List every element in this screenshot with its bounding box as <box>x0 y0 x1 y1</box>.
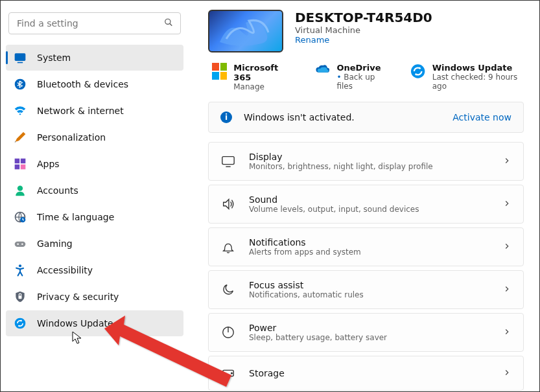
card-sub: Notifications, automatic rules <box>249 290 502 299</box>
header: DESKTOP-T4R54D0 Virtual Machine Rename <box>208 10 524 52</box>
paintbrush-icon <box>14 131 27 144</box>
globe-clock-icon <box>14 211 27 224</box>
sidebar-item-label: Accounts <box>37 185 78 196</box>
sidebar-item-label: Privacy & security <box>37 292 119 302</box>
sidebar-item-network[interactable]: Network & internet <box>6 98 183 124</box>
bluetooth-icon <box>14 78 27 91</box>
sidebar-item-accounts[interactable]: Accounts <box>6 178 183 203</box>
tile-ms365[interactable]: Microsoft 365 Manage <box>212 63 292 91</box>
microsoft-logo-icon <box>212 63 227 80</box>
svg-rect-19 <box>222 157 234 165</box>
device-type: Virtual Machine <box>295 25 432 35</box>
svg-point-13 <box>17 244 19 246</box>
search-container <box>8 12 181 34</box>
card-sub: Alerts from apps and system <box>249 248 502 257</box>
svg-rect-3 <box>18 62 23 63</box>
bell-icon <box>220 239 236 255</box>
banner-message: Windows isn't activated. <box>244 112 452 122</box>
sidebar-item-label: Gaming <box>37 238 73 249</box>
sidebar-item-label: Windows Update <box>37 318 113 329</box>
card-focus-assist[interactable]: Focus assist Notifications, automatic ru… <box>208 270 524 309</box>
svg-point-18 <box>411 64 425 78</box>
card-sub: Volume levels, output, input, sound devi… <box>249 205 502 214</box>
svg-point-17 <box>15 318 26 329</box>
card-storage[interactable]: Storage <box>208 356 524 391</box>
card-title: Power <box>249 323 502 333</box>
search-icon <box>164 17 173 30</box>
system-icon <box>14 51 27 64</box>
svg-rect-7 <box>15 165 20 170</box>
card-title: Storage <box>249 368 502 378</box>
main-content: DESKTOP-T4R54D0 Virtual Machine Rename M… <box>189 1 539 391</box>
shield-icon <box>14 290 27 303</box>
moon-icon <box>220 282 236 297</box>
sidebar-item-system[interactable]: System <box>6 45 183 71</box>
sidebar-item-privacy[interactable]: Privacy & security <box>6 284 183 310</box>
svg-point-15 <box>19 264 21 267</box>
svg-rect-12 <box>15 242 26 247</box>
update-icon <box>14 317 27 330</box>
apps-icon <box>14 157 27 170</box>
card-notifications[interactable]: Notifications Alerts from apps and syste… <box>208 227 524 266</box>
svg-rect-8 <box>21 165 26 170</box>
sidebar-item-personalization[interactable]: Personalization <box>6 124 183 150</box>
svg-rect-2 <box>15 53 26 61</box>
card-title: Notifications <box>249 237 502 248</box>
sidebar-item-time-language[interactable]: Time & language <box>6 204 183 230</box>
tile-windows-update[interactable]: Windows Update Last checked: 9 hours ago <box>410 63 524 91</box>
chevron-right-icon <box>502 327 511 339</box>
tile-sub: Back up files <box>336 73 387 91</box>
svg-rect-6 <box>21 159 26 164</box>
svg-point-9 <box>18 186 23 191</box>
activation-banner: i Windows isn't activated. Activate now <box>208 102 524 133</box>
sidebar-item-bluetooth[interactable]: Bluetooth & devices <box>6 71 183 97</box>
tile-title: Microsoft 365 <box>233 63 292 82</box>
card-display[interactable]: Display Monitors, brightness, night ligh… <box>208 142 524 181</box>
chevron-right-icon <box>502 367 511 380</box>
sidebar-item-label: Personalization <box>37 132 106 143</box>
card-sub: Sleep, battery usage, battery saver <box>249 333 502 342</box>
info-icon: i <box>220 111 232 123</box>
svg-point-0 <box>165 19 170 24</box>
sidebar-item-label: Network & internet <box>37 106 124 116</box>
svg-point-24 <box>231 373 233 374</box>
accessibility-icon <box>14 264 27 277</box>
sidebar-item-label: Bluetooth & devices <box>37 79 128 89</box>
update-icon <box>410 63 425 80</box>
card-power[interactable]: Power Sleep, battery usage, battery save… <box>208 313 524 352</box>
sidebar-item-label: Accessibility <box>37 265 93 275</box>
person-icon <box>14 184 27 197</box>
onedrive-icon <box>315 63 330 75</box>
header-text: DESKTOP-T4R54D0 Virtual Machine Rename <box>295 10 432 45</box>
tile-title: OneDrive <box>336 63 387 73</box>
drive-icon <box>220 365 236 381</box>
sound-icon <box>220 196 236 212</box>
card-title: Focus assist <box>249 280 502 290</box>
chevron-right-icon <box>502 284 511 296</box>
sidebar-item-apps[interactable]: Apps <box>6 151 183 177</box>
sidebar-item-label: Time & language <box>37 212 114 222</box>
tile-sub: Last checked: 9 hours ago <box>432 73 524 91</box>
sidebar-item-label: System <box>37 52 71 63</box>
svg-rect-16 <box>19 295 22 299</box>
sidebar-item-label: Apps <box>37 159 60 169</box>
power-icon <box>220 325 236 340</box>
rename-link[interactable]: Rename <box>295 35 432 45</box>
sidebar-item-windows-update[interactable]: Windows Update <box>6 310 183 336</box>
activate-now-link[interactable]: Activate now <box>452 112 511 122</box>
status-tiles: Microsoft 365 Manage OneDrive Back up fi… <box>208 63 524 91</box>
chevron-right-icon <box>502 241 511 253</box>
svg-point-14 <box>21 244 23 246</box>
svg-line-1 <box>170 23 172 26</box>
card-title: Display <box>249 152 502 162</box>
gamepad-icon <box>14 237 27 250</box>
card-sub: Monitors, brightness, night light, displ… <box>249 162 502 171</box>
wifi-icon <box>14 104 27 117</box>
search-input[interactable] <box>8 12 181 34</box>
card-sound[interactable]: Sound Volume levels, output, input, soun… <box>208 185 524 224</box>
tile-onedrive[interactable]: OneDrive Back up files <box>315 63 387 91</box>
tile-title: Windows Update <box>432 63 524 73</box>
sidebar-item-gaming[interactable]: Gaming <box>6 231 183 257</box>
svg-rect-5 <box>15 159 20 164</box>
sidebar-item-accessibility[interactable]: Accessibility <box>6 257 183 283</box>
